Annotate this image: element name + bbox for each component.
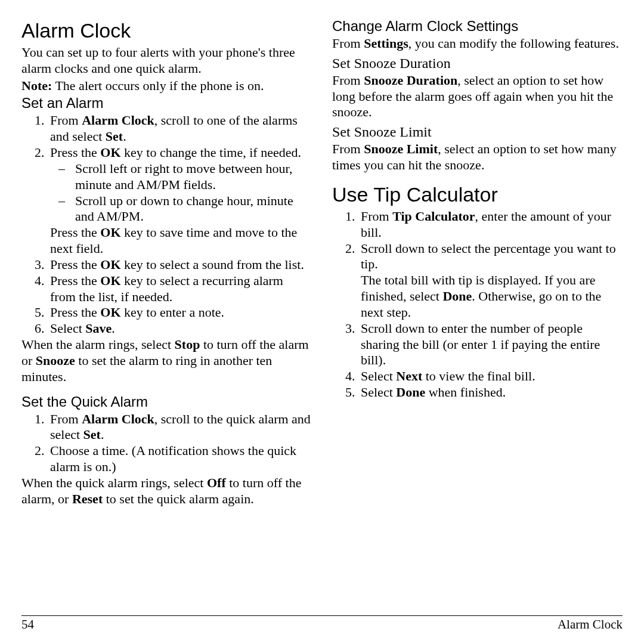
tip-step-1: From Tip Calculator, enter the amount of…: [358, 209, 623, 241]
heading-set-an-alarm: Set an Alarm: [21, 95, 312, 112]
tip-step-5: Select Done when finished.: [358, 385, 623, 401]
heading-alarm-clock: Alarm Clock: [21, 19, 312, 42]
substep-scroll-ud: Scroll up or down to change hour, minute…: [73, 193, 312, 225]
substep-scroll-lr: Scroll left or right to move between hou…: [73, 161, 312, 193]
step-2-substeps: Scroll left or right to move between hou…: [50, 161, 312, 225]
heading-change-settings: Change Alarm Clock Settings: [332, 18, 623, 35]
step-4: Press the OK key to select a recurring a…: [48, 273, 312, 305]
quick-alarm-rings-text: When the quick alarm rings, select Off t…: [21, 475, 312, 507]
tip-step-4: Select Next to view the final bill.: [358, 369, 623, 385]
note-text: Note: The alert occurs only if the phone…: [21, 78, 312, 94]
quick-alarm-steps: From Alarm Clock, scroll to the quick al…: [21, 411, 312, 475]
heading-set-quick-alarm: Set the Quick Alarm: [21, 394, 312, 410]
alarm-rings-text: When the alarm rings, select Stop to tur…: [21, 337, 312, 385]
right-column: Change Alarm Clock Settings From Setting…: [332, 17, 623, 611]
page-number: 54: [21, 617, 34, 632]
tip-step-2: Scroll down to select the percentage you…: [358, 241, 623, 321]
content-columns: Alarm Clock You can set up to four alert…: [21, 17, 623, 611]
heading-tip-calculator: Use Tip Calculator: [332, 183, 623, 206]
set-alarm-steps: From Alarm Clock, scroll to one of the a…: [21, 113, 312, 337]
snooze-duration-text: From Snooze Duration, select an option t…: [332, 73, 623, 120]
tip-step-3: Scroll down to enter the number of peopl…: [358, 321, 623, 369]
tip-calculator-steps: From Tip Calculator, enter the amount of…: [332, 209, 623, 401]
step-6: Select Save.: [48, 321, 312, 337]
heading-snooze-duration: Set Snooze Duration: [332, 55, 623, 72]
snooze-limit-text: From Snooze Limit, select an option to s…: [332, 141, 623, 174]
quick-step-1: From Alarm Clock, scroll to the quick al…: [48, 411, 312, 444]
page-footer: 54 Alarm Clock: [21, 615, 623, 632]
intro-text: You can set up to four alerts with your …: [21, 45, 312, 77]
left-column: Alarm Clock You can set up to four alert…: [21, 17, 312, 611]
quick-step-2: Choose a time. (A notification shows the…: [48, 443, 312, 475]
step-3: Press the OK key to select a sound from …: [48, 257, 312, 273]
change-settings-text: From Settings, you can modify the follow…: [332, 36, 623, 52]
footer-section: Alarm Clock: [558, 617, 623, 632]
step-5: Press the OK key to enter a note.: [48, 305, 312, 321]
step-1: From Alarm Clock, scroll to one of the a…: [48, 113, 312, 145]
heading-snooze-limit: Set Snooze Limit: [332, 124, 623, 140]
step-2: Press the OK key to change the time, if …: [48, 145, 312, 257]
